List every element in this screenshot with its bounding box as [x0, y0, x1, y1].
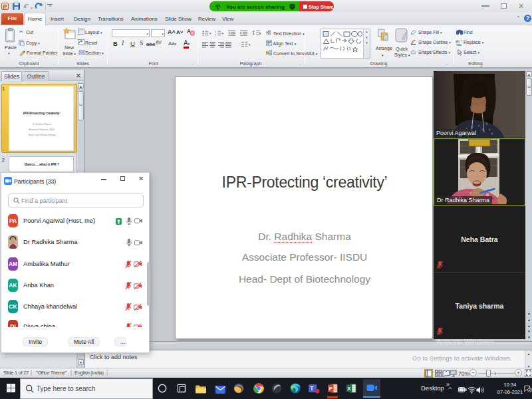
svg-text:T: T: [310, 385, 314, 392]
svg-text:X: X: [347, 386, 350, 392]
svg-text:2: 2: [529, 388, 531, 392]
svg-text:2: 2: [215, 34, 216, 37]
svg-text:1: 1: [215, 31, 216, 33]
svg-text:ac: ac: [458, 43, 462, 46]
svg-text:P: P: [329, 386, 332, 392]
